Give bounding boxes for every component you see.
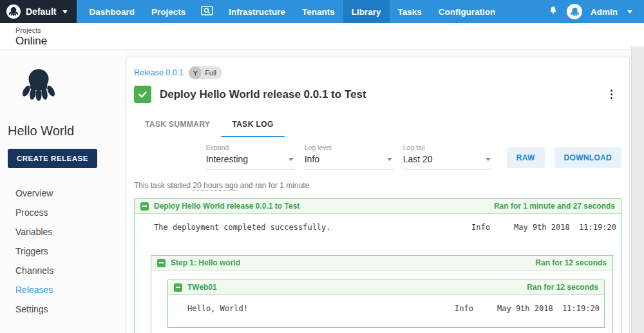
sidebar-item-settings[interactable]: Settings (8, 300, 118, 319)
octopus-logo-icon (6, 5, 21, 19)
user-avatar[interactable] (567, 4, 582, 19)
log-row-level: Info (455, 304, 480, 313)
notifications-bell-icon[interactable] (548, 5, 558, 18)
overflow-menu-icon[interactable] (608, 87, 616, 102)
chevron-down-icon (387, 158, 392, 161)
log-node-root-header[interactable]: Deploy Hello World release 0.0.1 to Test… (135, 199, 621, 214)
page-body: Hello World CREATE RELEASE Overview Proc… (0, 50, 644, 333)
sidebar-item-triggers[interactable]: Triggers (8, 242, 118, 261)
log-node-machine: TWeb01 Ran for 12 seconds Hello, World! … (167, 280, 605, 328)
lifecycle-branch-icon (189, 66, 202, 79)
nav-item-library[interactable]: Library (343, 0, 390, 23)
nav-item-infrastructure[interactable]: Infrastructure (220, 0, 294, 23)
log-node-duration: Ran for 12 seconds (527, 283, 598, 292)
task-status-line: This task started 20 hours ago and ran f… (134, 181, 621, 190)
scrollbar-track[interactable] (631, 46, 644, 333)
expand-select-label: Expand (206, 144, 295, 151)
log-row-text: The deployment completed successfully. (154, 223, 471, 232)
status-suffix: and ran for 1 minute (238, 181, 309, 190)
raw-button[interactable]: RAW (507, 147, 545, 168)
nav-item-tasks[interactable]: Tasks (390, 0, 430, 23)
log-node-step: Step 1: Hello world Ran for 12 seconds T… (151, 255, 613, 333)
log-node-machine-header[interactable]: TWeb01 Ran for 12 seconds (168, 280, 604, 295)
log-node-title: Step 1: Hello world (171, 258, 240, 267)
log-level-select[interactable]: Log level Info (305, 142, 393, 169)
breadcrumb: Projects Online (0, 23, 644, 50)
lifecycle-chip: Full (189, 66, 222, 79)
nav-right: Admin (548, 0, 644, 23)
project-logo-octopus-icon (18, 64, 118, 108)
log-level-select-value: Info (305, 154, 393, 164)
log-node-duration: Ran for 1 minute and 27 seconds (494, 202, 615, 211)
log-node-title: Deploy Hello World release 0.0.1 to Test (154, 202, 299, 211)
nav-item-dashboard[interactable]: Dashboard (80, 0, 143, 23)
log-filter-row: Expand Interesting Log level Info Log ta… (134, 142, 621, 169)
log-row: Hello, World! Info May 9th 2018 11:19:20 (168, 295, 604, 327)
search-button[interactable] (194, 0, 220, 23)
sidebar-item-overview[interactable]: Overview (8, 184, 118, 203)
page-title: Online (15, 35, 644, 48)
task-card: Release 0.0.1 Full Deploy Hello World re… (126, 57, 630, 333)
sidebar-item-variables[interactable]: Variables (8, 222, 118, 242)
release-row: Release 0.0.1 Full (134, 65, 621, 86)
sidebar-item-releases[interactable]: Releases (8, 280, 118, 300)
download-button[interactable]: DOWNLOAD (554, 147, 621, 168)
task-title-row: Deploy Hello World release 0.0.1 to Test (134, 86, 621, 103)
expand-select[interactable]: Expand Interesting (206, 142, 295, 169)
chevron-down-icon (486, 158, 491, 161)
collapse-icon[interactable] (174, 283, 182, 292)
release-link[interactable]: Release 0.0.1 (134, 68, 184, 77)
log-node-title: TWeb01 (187, 283, 217, 292)
log-node-duration: Ran for 12 seconds (535, 258, 607, 267)
chevron-down-icon (62, 10, 68, 14)
breadcrumb-section: Projects (15, 26, 644, 34)
log-level-select-label: Log level (305, 144, 393, 151)
chevron-down-icon (289, 158, 294, 161)
sidebar-nav: Overview Process Variables Triggers Chan… (8, 184, 118, 319)
log-row-text: Hello, World! (187, 304, 455, 313)
task-tabs: TASK SUMMARY TASK LOG (134, 112, 621, 137)
expand-select-value: Interesting (206, 154, 295, 164)
create-release-button[interactable]: CREATE RELEASE (8, 149, 97, 168)
top-nav: Default Dashboard Projects Infrastructur… (0, 0, 644, 23)
nav-item-tenants[interactable]: Tenants (294, 0, 343, 23)
task-log: Deploy Hello World release 0.0.1 to Test… (134, 198, 621, 333)
log-tail-select-value: Last 20 (403, 154, 492, 164)
status-prefix: This task started (134, 181, 193, 190)
space-label: Default (26, 6, 56, 17)
sidebar-item-process[interactable]: Process (8, 203, 118, 222)
collapse-icon[interactable] (157, 259, 166, 267)
lifecycle-chip-label: Full (205, 69, 216, 77)
log-node-step-header[interactable]: Step 1: Hello world Ran for 12 seconds (151, 256, 612, 271)
collapse-icon[interactable] (140, 202, 149, 211)
log-tail-select-label: Log tail (403, 144, 492, 151)
space-switcher[interactable]: Default (0, 0, 77, 23)
status-time-ago: 20 hours ago (193, 181, 238, 191)
user-menu[interactable]: Admin (591, 7, 618, 17)
log-row-level: Info (471, 223, 497, 232)
nav-item-projects[interactable]: Projects (143, 0, 194, 23)
project-name: Hello World (8, 124, 118, 138)
nav-item-configuration[interactable]: Configuration (430, 0, 504, 23)
log-node-root: Deploy Hello World release 0.0.1 to Test… (134, 198, 621, 333)
search-icon (201, 6, 213, 17)
chevron-down-icon (627, 10, 632, 14)
log-row-time: May 9th 2018 11:19:20 (497, 304, 595, 313)
log-tail-select[interactable]: Log tail Last 20 (403, 142, 492, 169)
sidebar-item-channels[interactable]: Channels (8, 261, 118, 280)
log-row: The deployment completed successfully. I… (135, 214, 621, 246)
log-row-time: May 9th 2018 11:19:20 (514, 223, 612, 232)
tab-task-log[interactable]: TASK LOG (221, 112, 284, 137)
project-sidebar: Hello World CREATE RELEASE Overview Proc… (0, 50, 126, 333)
success-check-icon (134, 86, 151, 103)
task-title: Deploy Hello World release 0.0.1 to Test (160, 88, 366, 101)
nav-items: Dashboard Projects Infrastructure Tenant… (80, 0, 504, 23)
tab-task-summary[interactable]: TASK SUMMARY (134, 112, 221, 137)
